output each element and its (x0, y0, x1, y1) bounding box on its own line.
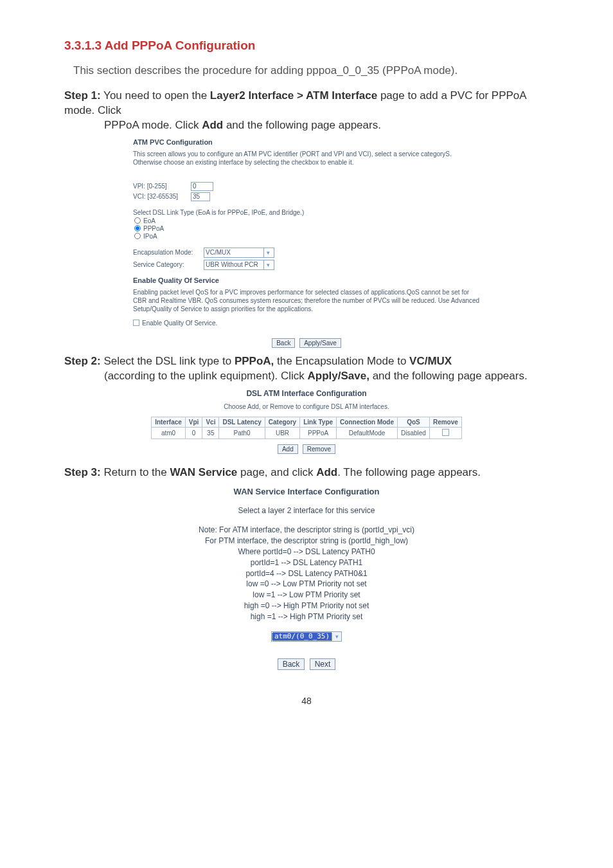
link-type-title: Select DSL Link Type (EoA is for PPPoE, … (133, 209, 480, 216)
s1-title: ATM PVC Configuration (133, 138, 480, 146)
encap-label: Encapsulation Mode: (133, 249, 204, 256)
svc-select[interactable]: UBR Without PCR ▾ (204, 260, 274, 270)
section-heading: 3.3.1.3 Add PPPoA Configuration (64, 39, 549, 53)
step1-text: You need to open the (103, 89, 210, 102)
step2-label: Step 2: (64, 355, 101, 367)
add-button[interactable]: Add (278, 444, 298, 454)
step3-ta: Return to the (103, 466, 170, 478)
atm-pvc-screenshot: ATM PVC Configuration This screen allows… (133, 138, 480, 348)
encap-select[interactable]: VC/MUX ▾ (204, 248, 274, 258)
step2-td: and the following page appears. (369, 370, 528, 382)
vci-label: VCI: [32-65535] (133, 193, 191, 200)
step2-block: Step 2: Select the DSL link type to PPPo… (64, 354, 549, 384)
dsl-atm-screenshot: DSL ATM Interface Configuration Choose A… (139, 389, 474, 454)
step2-ta: Select the DSL link type to (103, 355, 234, 367)
page-number: 48 (64, 696, 549, 706)
step1-bold2: Add (202, 119, 223, 131)
wan-service-screenshot: WAN Service Interface Configuration Sele… (159, 487, 454, 670)
td-conn-mode: DefaultMode (337, 427, 398, 439)
radio-pppoa-label: PPPoA (143, 225, 164, 232)
svc-label: Service Category: (133, 261, 204, 268)
step1-end: and the following page appears. (223, 119, 381, 131)
td-interface: atm0 (152, 427, 186, 439)
s1-desc: This screen allows you to configure an A… (133, 150, 480, 167)
step3-ba: WAN Service (170, 466, 237, 478)
apply-save-button[interactable]: Apply/Save (299, 338, 341, 348)
step3-bb: Add (316, 466, 337, 478)
table-row: atm0 0 35 Path0 UBR PPPoA DefaultMode Di… (152, 427, 462, 439)
td-dsl-latency: Path0 (219, 427, 265, 439)
td-vci: 35 (202, 427, 219, 439)
remove-button[interactable]: Remove (303, 444, 335, 454)
svc-value: UBR Without PCR (206, 261, 258, 268)
remove-checkbox[interactable] (442, 429, 449, 436)
s3-line-8: high =1 --> High PTM Priority set (159, 611, 454, 622)
chevron-down-icon: ▾ (263, 248, 272, 257)
td-category: UBR (265, 427, 299, 439)
step2-tb: the Encapsulation Mode to (274, 355, 409, 367)
dsl-table: Interface Vpi Vci DSL Latency Category L… (151, 417, 462, 439)
td-link-type: PPPoA (300, 427, 337, 439)
s3-line-1: For PTM interface, the descriptor string… (159, 536, 454, 547)
s3-line-2: Where portId=0 --> DSL Latency PATH0 (159, 547, 454, 557)
s2-sub: Choose Add, or Remove to configure DSL A… (139, 403, 474, 410)
th-qos: QoS (398, 417, 430, 427)
th-category: Category (265, 417, 299, 427)
step2-bb: VC/MUX (409, 355, 452, 367)
s3-line-7: high =0 --> High PTM Priority not set (159, 601, 454, 611)
s3-line-3: portId=1 --> DSL Latency PATH1 (159, 557, 454, 568)
step2-ba: PPPoA, (235, 355, 274, 367)
radio-ipoa-label: IPoA (143, 233, 157, 240)
step3-label: Step 3: (64, 466, 101, 478)
table-header-row: Interface Vpi Vci DSL Latency Category L… (152, 417, 462, 427)
radio-eoa[interactable] (134, 217, 141, 224)
qos-chk-label: Enable Quality Of Service. (142, 320, 217, 327)
step1-block: Step 1: You need to open the Layer2 Inte… (64, 89, 549, 133)
radio-eoa-label: EoA (143, 217, 155, 224)
s3-line-6: low =1 --> Low PTM Priority set (159, 590, 454, 601)
back-button[interactable]: Back (278, 658, 305, 670)
s3-line-0: Note: For ATM interface, the descriptor … (159, 525, 454, 536)
td-vpi: 0 (185, 427, 202, 439)
chevron-down-icon: ▾ (263, 260, 272, 269)
td-qos: Disabled (398, 427, 430, 439)
step2-tc: (according to the uplink equipment). Cli… (104, 370, 308, 382)
intro-text: This section describes the procedure for… (64, 64, 549, 77)
th-interface: Interface (152, 417, 186, 427)
interface-select[interactable]: atm0/(0_0_35) ▾ (271, 631, 342, 642)
step1-label: Step 1: (64, 89, 101, 102)
radio-pppoa[interactable] (134, 225, 141, 231)
chevron-down-icon: ▾ (332, 632, 341, 641)
interface-select-value: atm0/(0_0_35) (272, 632, 332, 641)
qos-title: Enable Quality Of Service (133, 276, 480, 284)
step1-bold1: Layer2 Interface > ATM Interface (210, 89, 377, 102)
vci-input[interactable]: 35 (191, 192, 210, 201)
step2-bc: Apply/Save, (308, 370, 369, 382)
step3-tc: . The following page appears. (337, 466, 481, 478)
th-vci: Vci (202, 417, 219, 427)
th-dsl-latency: DSL Latency (219, 417, 265, 427)
th-vpi: Vpi (185, 417, 202, 427)
s3-line-4: portId=4 --> DSL Latency PATH0&1 (159, 568, 454, 579)
step3-block: Step 3: Return to the WAN Service page, … (64, 466, 549, 480)
radio-ipoa[interactable] (134, 233, 141, 239)
step3-tb: page, and click (237, 466, 316, 478)
s3-line-5: low =0 --> Low PTM Priority not set (159, 579, 454, 590)
qos-checkbox[interactable] (133, 320, 139, 326)
s2-title: DSL ATM Interface Configuration (139, 389, 474, 398)
s3-title: WAN Service Interface Configuration (159, 487, 454, 496)
th-remove: Remove (429, 417, 461, 427)
next-button[interactable]: Next (310, 658, 336, 670)
qos-desc: Enabling packet level QoS for a PVC impr… (133, 288, 480, 313)
back-button[interactable]: Back (272, 338, 295, 348)
th-conn-mode: Connection Mode (337, 417, 398, 427)
th-link-type: Link Type (300, 417, 337, 427)
vpi-label: VPI: [0-255] (133, 183, 191, 190)
s3-sub: Select a layer 2 interface for this serv… (159, 505, 454, 516)
vpi-input[interactable]: 0 (191, 182, 213, 191)
encap-value: VC/MUX (206, 249, 231, 256)
